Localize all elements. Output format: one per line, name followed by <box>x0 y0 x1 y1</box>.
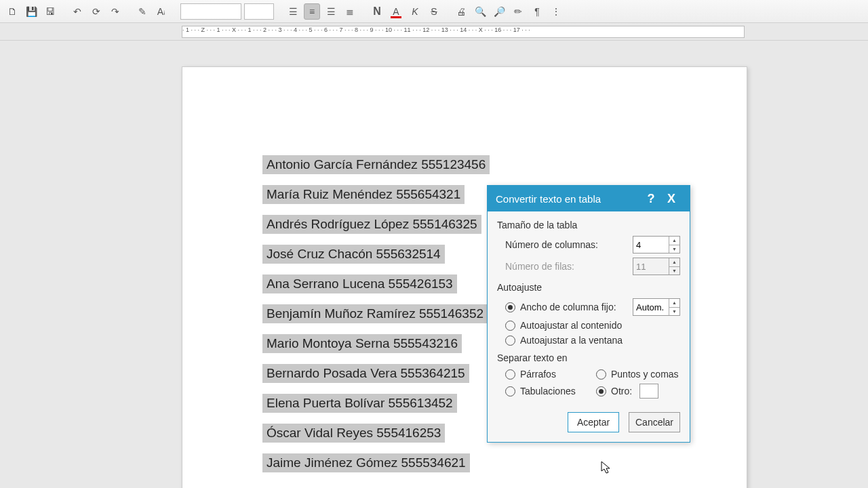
rows-spinner: ▲▼ <box>633 258 680 275</box>
sep-other-radio[interactable] <box>596 386 606 396</box>
spinner-up-icon: ▲ <box>669 258 679 267</box>
undo-icon[interactable]: ↶ <box>69 3 85 20</box>
main-toolbar: 🗋 💾 🖫 ↶ ⟳ ↷ ✎ Aᵢ ☰ ≡ ☰ ≣ N A K S 🖨 🔍 🔎 ✏… <box>0 0 868 23</box>
redo-icon[interactable]: ↷ <box>107 3 123 20</box>
bold-icon[interactable]: N <box>369 3 385 20</box>
rows-label: Número de filas: <box>505 261 633 272</box>
align-justify-icon[interactable]: ≣ <box>342 3 358 20</box>
columns-input[interactable] <box>633 237 669 253</box>
font-name-combo[interactable] <box>180 3 241 20</box>
sep-other-input[interactable] <box>639 384 658 399</box>
workspace: Antonio García Fernández 555123456 María… <box>0 41 868 488</box>
doc-line: José Cruz Chacón 555632514 <box>262 245 445 264</box>
doc-line: Jaime Jiménez Gómez 555534621 <box>262 453 470 472</box>
save-icon[interactable]: 💾 <box>23 3 39 20</box>
new-file-icon[interactable]: 🗋 <box>4 3 20 20</box>
sep-paragraphs-label: Párrafos <box>520 369 556 380</box>
print-icon[interactable]: 🖨 <box>453 3 469 20</box>
doc-line: Andrés Rodríguez López 555146325 <box>262 215 481 234</box>
autofit-content-label: Autoajustar al contenido <box>520 320 622 331</box>
cancel-button[interactable]: Cancelar <box>629 412 680 432</box>
sep-tabs-label: Tabulaciones <box>520 386 576 396</box>
sep-semicolons-label: Puntos y comas <box>611 369 679 380</box>
font-color-icon[interactable]: A <box>388 3 404 20</box>
pilcrow-icon[interactable]: ¶ <box>529 3 545 20</box>
sep-semicolons-radio[interactable] <box>596 369 606 380</box>
fixed-width-label: Ancho de columna fijo: <box>520 302 616 312</box>
sep-other-label: Otro: <box>611 386 632 396</box>
columns-spinner[interactable]: ▲▼ <box>633 236 680 253</box>
doc-line: Ana Serrano Lucena 555426153 <box>262 274 457 293</box>
doc-line: Elena Puerta Bolívar 555613452 <box>262 394 457 413</box>
align-center-icon[interactable]: ≡ <box>304 3 320 20</box>
align-left-icon[interactable]: ☰ <box>285 3 301 20</box>
close-button[interactable]: X <box>661 192 682 206</box>
autofit-window-radio[interactable] <box>505 336 515 346</box>
rows-input <box>633 258 669 274</box>
doc-line: Bernardo Posada Vera 555364215 <box>262 364 469 383</box>
zoom-icon[interactable]: 🔎 <box>491 3 507 20</box>
sep-paragraphs-radio[interactable] <box>505 369 515 380</box>
doc-line: Óscar Vidal Reyes 555416253 <box>262 424 445 443</box>
fixed-width-spinner[interactable]: ▲▼ <box>633 298 680 316</box>
spinner-down-icon[interactable]: ▼ <box>669 308 679 316</box>
format-icon[interactable]: Aᵢ <box>153 3 170 20</box>
accept-button[interactable]: Aceptar <box>568 412 619 432</box>
table-size-section-label: Tamaño de la tabla <box>497 220 680 230</box>
history-icon[interactable]: ⟳ <box>88 3 104 20</box>
spinner-down-icon[interactable]: ▼ <box>669 245 679 253</box>
italic-icon[interactable]: K <box>407 3 423 20</box>
dialog-body: Tamaño de la tabla Número de columnas: ▲… <box>488 211 690 442</box>
sep-tabs-radio[interactable] <box>505 386 515 396</box>
ruler-marks: · 1 · · · Z · · · 1 · · · X · · · 1 · · … <box>182 26 530 37</box>
export-icon[interactable]: 🖫 <box>42 3 58 20</box>
doc-line: Mario Montoya Serna 555543216 <box>262 334 462 353</box>
dialog-title: Convertir texto en tabla <box>496 193 641 205</box>
convert-text-to-table-dialog: Convertir texto en tabla ? X Tamaño de l… <box>487 185 690 443</box>
separate-section-label: Separar texto en <box>497 352 680 363</box>
fixed-width-radio[interactable] <box>505 302 515 312</box>
dialog-titlebar[interactable]: Convertir texto en tabla ? X <box>488 186 690 211</box>
align-right-icon[interactable]: ☰ <box>323 3 339 20</box>
spinner-down-icon: ▼ <box>669 267 679 275</box>
brush-icon[interactable]: ✎ <box>134 3 151 20</box>
font-size-combo[interactable] <box>244 3 274 20</box>
ruler-area: · 1 · · · Z · · · 1 · · · X · · · 1 · · … <box>0 23 868 41</box>
spinner-up-icon[interactable]: ▲ <box>669 237 679 245</box>
fixed-width-input[interactable] <box>633 299 669 315</box>
strikethrough-icon[interactable]: S <box>426 3 442 20</box>
preview-icon[interactable]: 🔍 <box>472 3 488 20</box>
doc-line: Benjamín Muñoz Ramírez 555146352 <box>262 304 488 323</box>
accept-button-label: Aceptar <box>577 417 610 428</box>
overflow-icon[interactable]: ⋮ <box>548 3 564 20</box>
help-button[interactable]: ? <box>641 192 661 206</box>
autofit-content-radio[interactable] <box>505 321 515 331</box>
columns-label: Número de columnas: <box>505 239 633 250</box>
autofit-window-label: Autoajustar a la ventana <box>520 335 623 346</box>
cancel-button-label: Cancelar <box>635 417 673 428</box>
autofit-section-label: Autoajuste <box>497 282 680 293</box>
horizontal-ruler[interactable]: · 1 · · · Z · · · 1 · · · X · · · 1 · · … <box>182 26 745 38</box>
doc-line: Antonio García Fernández 555123456 <box>262 155 490 174</box>
spinner-up-icon[interactable]: ▲ <box>669 299 679 308</box>
highlight-icon[interactable]: ✏ <box>510 3 526 20</box>
doc-line: María Ruiz Menéndez 555654321 <box>262 185 465 204</box>
selected-text-block[interactable]: Antonio García Fernández 555123456 María… <box>262 155 490 483</box>
